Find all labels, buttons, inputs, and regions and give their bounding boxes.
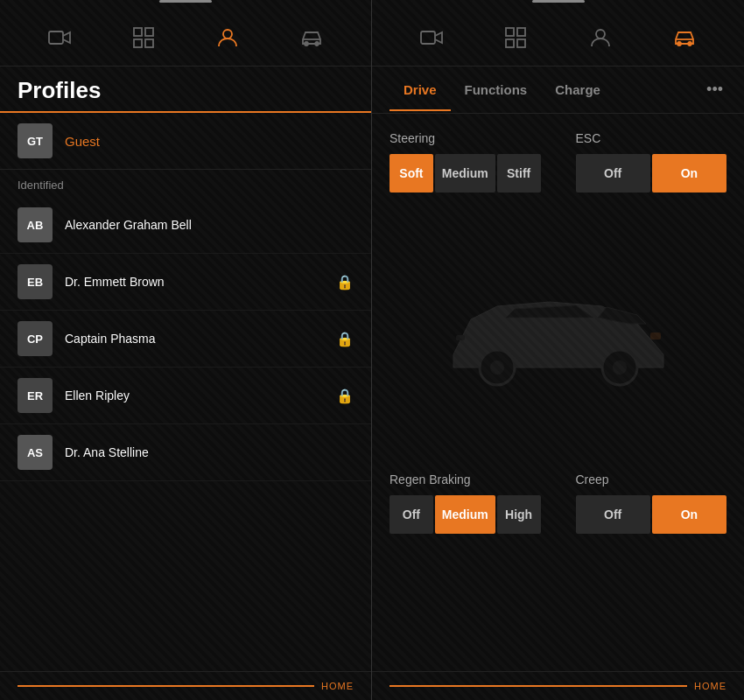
svg-rect-0 [49, 32, 63, 44]
page-title-bar: Profiles [0, 66, 371, 113]
steering-label: Steering [390, 131, 541, 145]
esc-off-btn[interactable]: Off [576, 154, 650, 192]
right-nav-profile-icon[interactable] [583, 20, 618, 55]
guest-name: Guest [65, 134, 100, 149]
tabs-bar: Drive Functions Charge ••• [372, 66, 744, 114]
svg-rect-1 [134, 28, 142, 36]
creep-label: Creep [576, 472, 727, 486]
drive-content: Steering Soft Medium Stiff ESC Off On [372, 114, 744, 671]
svg-rect-11 [506, 39, 514, 47]
nav-indicator-bar [159, 0, 212, 3]
regen-creep-row: Regen Braking Off Medium High Creep Off … [390, 472, 726, 534]
profile-item-as[interactable]: AS Dr. Ana Stelline [0, 424, 371, 481]
avatar-as: AS [18, 435, 53, 470]
car-display-area [390, 210, 726, 455]
esc-label: ESC [576, 131, 727, 145]
nav-profile-icon[interactable] [210, 20, 245, 55]
guest-avatar: GT [18, 123, 53, 158]
avatar-er: ER [18, 378, 53, 413]
profile-item-ab[interactable]: AB Alexander Graham Bell [0, 197, 371, 254]
svg-rect-20 [650, 332, 661, 340]
avatar-eb: EB [18, 264, 53, 299]
nav-car-icon[interactable] [294, 20, 329, 55]
steering-soft-btn[interactable]: Soft [390, 154, 433, 192]
page-title: Profiles [18, 77, 101, 103]
svg-rect-21 [456, 335, 465, 340]
nav-camera-icon[interactable] [42, 20, 77, 55]
creep-on-btn[interactable]: On [652, 495, 726, 534]
svg-rect-3 [134, 39, 142, 47]
home-line-left [18, 685, 314, 687]
svg-point-13 [596, 30, 605, 38]
right-nav-car-icon[interactable] [667, 20, 702, 55]
right-home-label: HOME [694, 681, 726, 691]
profile-item-er[interactable]: ER Ellen Ripley 🔒 [0, 368, 371, 424]
creep-button-group: Off On [576, 495, 727, 534]
right-home-bar: HOME [372, 671, 744, 700]
steering-stiff-btn[interactable]: Stiff [497, 154, 541, 192]
svg-point-18 [490, 360, 504, 374]
car-illustration [427, 245, 690, 420]
tab-charge[interactable]: Charge [541, 68, 614, 111]
svg-rect-2 [145, 28, 153, 36]
tab-functions[interactable]: Functions [451, 68, 542, 111]
right-nav-camera-icon[interactable] [414, 20, 449, 55]
lock-icon-eb: 🔒 [336, 274, 354, 290]
svg-point-19 [613, 360, 627, 374]
right-nav-grid-icon[interactable] [498, 20, 533, 55]
profile-name-eb: Dr. Emmett Brown [65, 275, 165, 289]
profile-name-cp: Captain Phasma [65, 332, 156, 346]
left-home-bar: HOME [0, 671, 371, 700]
lock-icon-cp: 🔒 [336, 331, 354, 347]
regen-medium-btn[interactable]: Medium [435, 495, 495, 534]
nav-grid-icon[interactable] [126, 20, 161, 55]
regen-off-btn[interactable]: Off [390, 495, 433, 534]
steering-esc-row: Steering Soft Medium Stiff ESC Off On [390, 131, 726, 192]
svg-rect-9 [506, 28, 514, 36]
svg-rect-12 [517, 39, 525, 47]
right-panel: Drive Functions Charge ••• Steering Soft… [372, 0, 744, 700]
esc-group: ESC Off On [576, 131, 727, 192]
regen-button-group: Off Medium High [390, 495, 541, 534]
avatar-cp: CP [18, 321, 53, 356]
profile-name-er: Ellen Ripley [65, 388, 130, 402]
tab-drive[interactable]: Drive [390, 68, 451, 111]
svg-rect-10 [517, 28, 525, 36]
svg-rect-4 [145, 39, 153, 47]
profile-name-as: Dr. Ana Stelline [65, 445, 149, 459]
left-home-label: HOME [321, 681, 354, 691]
profiles-list: GT Guest Identified AB Alexander Graham … [0, 113, 371, 671]
svg-point-5 [223, 30, 232, 38]
profile-name-ab: Alexander Graham Bell [65, 218, 192, 232]
right-nav-indicator-bar [532, 0, 585, 3]
left-top-nav [0, 10, 371, 66]
steering-group: Steering Soft Medium Stiff [390, 131, 541, 192]
esc-button-group: Off On [576, 154, 727, 192]
right-top-nav [372, 10, 744, 66]
avatar-ab: AB [18, 207, 53, 242]
right-home-line [390, 685, 687, 687]
steering-button-group: Soft Medium Stiff [390, 154, 541, 192]
steering-medium-btn[interactable]: Medium [435, 154, 495, 192]
creep-off-btn[interactable]: Off [576, 495, 650, 534]
regen-high-btn[interactable]: High [497, 495, 541, 534]
profile-item-eb[interactable]: EB Dr. Emmett Brown 🔒 [0, 254, 371, 311]
tab-more-button[interactable]: ••• [703, 66, 726, 113]
lock-icon-er: 🔒 [336, 388, 354, 404]
svg-rect-8 [421, 32, 435, 44]
creep-group: Creep Off On [576, 472, 727, 534]
guest-profile-item[interactable]: GT Guest [0, 113, 371, 170]
identified-section-label: Identified [0, 170, 371, 197]
esc-on-btn[interactable]: On [652, 154, 726, 192]
profile-item-cp[interactable]: CP Captain Phasma 🔒 [0, 311, 371, 368]
left-panel: Profiles GT Guest Identified AB Alexande… [0, 0, 372, 700]
regen-braking-label: Regen Braking [390, 472, 541, 486]
regen-braking-group: Regen Braking Off Medium High [390, 472, 541, 534]
